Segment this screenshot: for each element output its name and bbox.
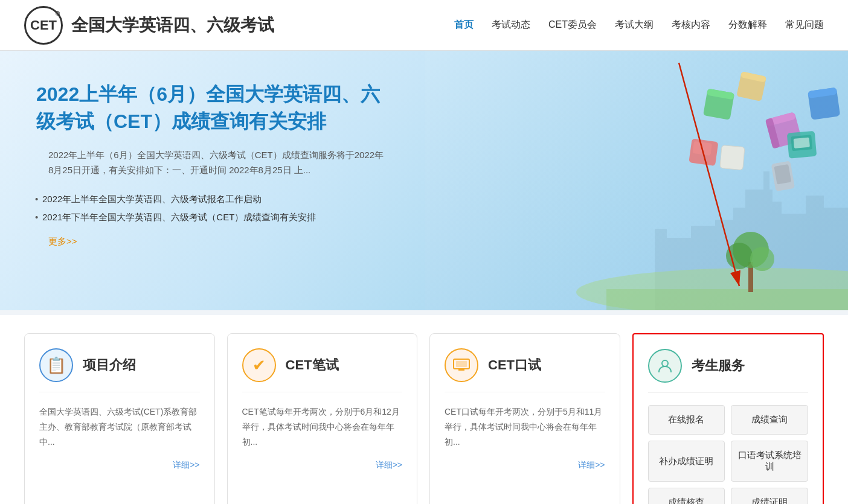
card-project-header: 📋 项目介绍 [39,348,200,392]
nav-faq[interactable]: 常见问题 [785,19,824,31]
card-written-header: ✔ CET笔试 [242,348,403,392]
card-written: ✔ CET笔试 CET笔试每年开考两次，分别于6月和12月举行，具体考试时间我中… [227,333,418,504]
card-written-title: CET笔试 [286,356,339,374]
service-buttons-grid: 在线报名 成绩查询 补办成绩证明 口语考试系统培训 成绩核查 成绩证明 [648,405,809,504]
nav-content[interactable]: 考核内容 [672,19,710,31]
banner-section: 2022上半年（6月）全国大学英语四、六级考试（CET）成绩查询有关安排 202… [0,51,848,310]
card-written-link[interactable]: 详细>> [242,460,403,471]
svg-point-42 [662,360,668,366]
card-project: 📋 项目介绍 全国大学英语四、六级考试(CET)系教育部主办、教育部教育考试院（… [24,333,215,504]
logo-text: CET [30,18,57,33]
section-separator [0,310,848,315]
cards-section: 📋 项目介绍 全国大学英语四、六级考试(CET)系教育部主办、教育部教育考试院（… [0,315,848,504]
card-oral-title: CET口试 [488,356,541,374]
card-service-header: 考生服务 [648,349,809,393]
project-icon: 📋 [39,348,73,382]
banner-title: 2022上半年（6月）全国大学英语四、六级考试（CET）成绩查询有关安排 [36,81,387,135]
header-logo-area: CET 全国大学英语四、六级考试 [24,6,274,45]
written-icon: ✔ [242,348,276,382]
svg-rect-11 [763,171,769,190]
oral-icon [445,348,478,382]
btn-cert-reissue[interactable]: 补办成绩证明 [648,441,725,482]
card-oral-header: CET口试 [445,348,605,392]
nav-news[interactable]: 考试动态 [492,19,530,31]
card-oral-body: CET口试每年开考两次，分别于5月和11月举行，具体考试时间我中心将会在每年年初… [445,404,605,453]
service-icon [648,349,682,383]
btn-score-check[interactable]: 成绩核查 [648,488,725,504]
svg-point-18 [750,247,774,271]
svg-rect-39 [456,361,467,367]
nav-score[interactable]: 分数解释 [728,19,767,31]
banner-link-2[interactable]: 2021年下半年全国大学英语四、六级考试（CET）成绩查询有关安排 [36,208,387,226]
card-written-body: CET笔试每年开考两次，分别于6月和12月举行，具体考试时间我中心将会在每年年初… [242,404,403,453]
svg-rect-35 [720,145,745,170]
btn-oral-training[interactable]: 口语考试系统培训 [731,441,808,482]
cet-logo: CET [24,6,63,45]
card-service-title: 考生服务 [692,357,745,375]
card-oral: CET口试 CET口试每年开考两次，分别于5月和11月举行，具体考试时间我中心将… [429,333,620,504]
banner-desc: 2022年上半年（6月）全国大学英语四、六级考试（CET）成绩查询服务将于202… [36,147,387,178]
card-project-title: 项目介绍 [83,356,136,374]
main-nav: 首页 考试动态 CET委员会 考试大纲 考核内容 分数解释 常见问题 [454,19,824,31]
banner-content: 2022上半年（6月）全国大学英语四、六级考试（CET）成绩查询有关安排 202… [0,51,423,310]
banner-illustration [425,51,848,310]
banner-svg [425,51,848,310]
btn-online-register[interactable]: 在线报名 [648,405,725,435]
card-service: 考生服务 在线报名 成绩查询 补办成绩证明 口语考试系统培训 成绩核查 成绩证明 [632,333,824,504]
svg-rect-32 [692,141,711,156]
nav-home[interactable]: 首页 [454,19,474,31]
svg-point-17 [726,243,753,269]
banner-link-1[interactable]: 2022年上半年全国大学英语四、六级考试报名工作启动 [36,190,387,208]
card-oral-link[interactable]: 详细>> [445,460,605,471]
nav-outline[interactable]: 考试大纲 [615,19,654,31]
btn-score-cert[interactable]: 成绩证明 [731,488,808,504]
nav-committee[interactable]: CET委员会 [548,19,597,31]
card-project-link[interactable]: 详细>> [39,460,200,471]
site-title: 全国大学英语四、六级考试 [71,14,274,37]
banner-links: 2022年上半年全国大学英语四、六级考试报名工作启动 2021年下半年全国大学英… [36,190,387,226]
svg-rect-34 [774,164,791,185]
svg-rect-12 [760,190,773,202]
header: CET 全国大学英语四、六级考试 首页 考试动态 CET委员会 考试大纲 考核内… [0,0,848,51]
banner-more-link[interactable]: 更多>> [48,236,77,246]
svg-rect-30 [794,138,810,148]
card-project-body: 全国大学英语四、六级考试(CET)系教育部主办、教育部教育考试院（原教育部考试中… [39,404,200,453]
btn-score-query[interactable]: 成绩查询 [731,405,808,435]
svg-rect-14 [606,289,848,310]
